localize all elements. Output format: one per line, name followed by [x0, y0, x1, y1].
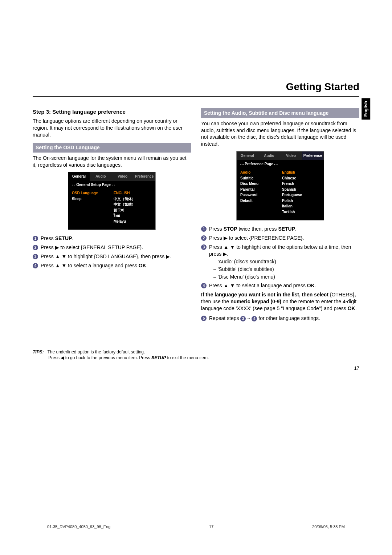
menu-option: 中文（简体）	[114, 196, 152, 202]
menu-option: ENGLISH	[114, 190, 152, 196]
footer-file: 01-35_DVP4080_4050_93_98_Eng	[47, 524, 110, 530]
left-column: Step 3: Setting language preference The …	[33, 104, 191, 324]
step-3-opt: – 'Subtitle' (disc's subtitles)	[213, 266, 359, 273]
menu-option: Turkish	[282, 209, 320, 215]
menu-item: Sleep	[72, 196, 110, 202]
page-heading: Getting Started	[33, 80, 359, 97]
step-4: 4Press ▲ ▼ to select a language and pres…	[33, 262, 191, 269]
footer-date: 20/09/06, 5:35 PM	[312, 524, 345, 530]
menu-option: English	[282, 170, 320, 175]
step-5: 5Repeat steps 3 ~ 4 for other language s…	[201, 315, 359, 322]
menu-option: Spanish	[282, 187, 320, 193]
menu-tab: Audio	[258, 151, 280, 160]
menu-option: Italian	[282, 203, 320, 209]
osd-intro: The On-screen language for the system me…	[33, 155, 191, 169]
step-intro: The language options are different depen…	[33, 118, 191, 138]
menu-item: Subtitle	[240, 175, 278, 181]
right-column: Setting the Audio, Subtitle and Disc men…	[201, 104, 359, 324]
menu-item: Disc Menu	[240, 181, 278, 187]
menu-option: 中文（繁體）	[114, 202, 152, 207]
footer-page: 17	[209, 524, 213, 530]
step-2: 2Press ▶ to select {PREFERENCE PAGE}.	[201, 235, 359, 242]
menu-item: OSD Language	[72, 190, 110, 196]
audio-intro: You can choose your own preferred langua…	[201, 120, 359, 148]
menu-tab: General	[68, 172, 90, 181]
preference-menu-illustration: General Audio Video Preference - - Prefe…	[236, 151, 324, 220]
menu-option: Melayu	[114, 219, 152, 224]
step-3-opt: – 'Disc Menu' (disc's menu)	[213, 274, 359, 280]
menu-page-label: - - General Setup Page - -	[68, 181, 155, 189]
menu-item: Default	[240, 198, 278, 204]
menu-page-label: - - Preference Page - -	[237, 160, 324, 168]
menu-option: Polish	[282, 198, 320, 204]
menu-tab: Video	[112, 172, 134, 181]
menu-option: ไทย	[114, 213, 152, 219]
step-1: 1Press STOP twice then, press SETUP.	[201, 226, 359, 232]
language-side-tab: English	[362, 98, 370, 119]
step-3: 3Press ▲ ▼ to highlight {OSD LANGUAGE}, …	[33, 253, 191, 260]
osd-menu-illustration: General Audio Video Preference - - Gener…	[68, 172, 156, 230]
others-note: If the language you want is not in the l…	[201, 291, 359, 312]
step-heading: Step 3: Setting language preference	[33, 108, 191, 116]
page-number: 17	[33, 365, 359, 372]
menu-item: Parental	[240, 187, 278, 193]
menu-option: 한국어	[114, 207, 152, 213]
menu-item: Audio	[240, 170, 278, 175]
menu-tab: Video	[280, 151, 302, 160]
step-4: 4Press ▲ ▼ to select a language and pres…	[201, 282, 359, 289]
step-3: 3Press ▲ ▼ to highlight one of the optio…	[201, 244, 359, 280]
step-2: 2Press ▶ to select {GENERAL SETUP PAGE}.	[33, 244, 191, 251]
sub-heading-audio: Setting the Audio, Subtitle and Disc men…	[201, 108, 359, 118]
menu-tab: Audio	[90, 172, 112, 181]
tips-footer: TIPS: The underlined option is the facto…	[33, 346, 359, 361]
menu-tab: General	[237, 151, 258, 160]
step-3-opt: – 'Audio' (disc's soundtrack)	[213, 258, 359, 265]
menu-option: Chinese	[282, 175, 320, 181]
menu-item: Password	[240, 192, 278, 198]
menu-option: Portuguese	[282, 192, 320, 198]
sub-heading-osd: Setting the OSD Language	[33, 143, 191, 153]
print-footer: 01-35_DVP4080_4050_93_98_Eng 17 20/09/06…	[47, 524, 345, 530]
menu-tab: Preference	[302, 151, 324, 160]
menu-tab: Preference	[134, 172, 155, 181]
step-1: 1Press SETUP.	[33, 235, 191, 242]
menu-option: French	[282, 181, 320, 187]
